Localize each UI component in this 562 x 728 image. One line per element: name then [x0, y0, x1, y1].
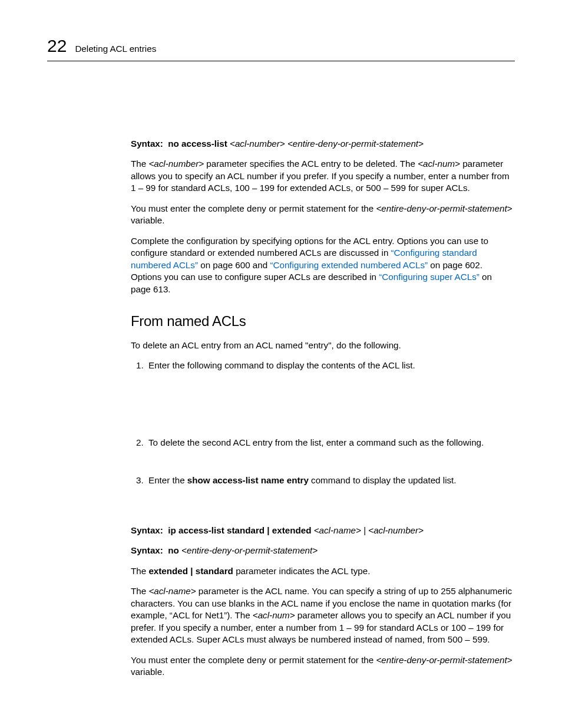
- section-heading: From named ACLs: [131, 312, 513, 331]
- syntax-line-3: Syntax: no <entire-deny-or-permit-statem…: [131, 545, 513, 557]
- spacer: [131, 495, 513, 525]
- chapter-number: 22: [47, 34, 67, 58]
- syntax-label: Syntax:: [131, 545, 163, 555]
- step-text: Enter the following command to display t…: [148, 360, 415, 370]
- syntax-args: <entire-deny-or-permit-statement>: [181, 545, 318, 555]
- text: variable.: [131, 215, 164, 225]
- header-title: Deleting ACL entries: [75, 43, 156, 55]
- spacer: [148, 449, 513, 466]
- content: Syntax: no access-list <acl-number> <ent…: [131, 138, 513, 678]
- param: <entire-deny-or-permit-statement>: [376, 203, 512, 213]
- text: The: [131, 586, 148, 596]
- step-text: To delete the second ACL entry from the …: [148, 437, 484, 447]
- step-text: Enter the: [148, 475, 187, 485]
- text: parameter indicates the ACL type.: [233, 566, 370, 576]
- syntax-args: <acl-number> <entire-deny-or-permit-stat…: [230, 139, 424, 149]
- syntax-cmd: ip access-list standard | extended: [168, 525, 313, 535]
- paragraph: The <acl-name> parameter is the ACL name…: [131, 585, 513, 646]
- page: 22 Deleting ACL entries Syntax: no acces…: [0, 0, 562, 722]
- list-item: Enter the following command to display t…: [146, 360, 513, 429]
- text: parameter specifies the ACL entry to be …: [204, 159, 418, 169]
- paragraph: To delete an ACL entry from an ACL named…: [131, 340, 513, 352]
- text: You must enter the complete deny or perm…: [131, 203, 376, 213]
- text: The: [131, 566, 148, 576]
- text: The: [131, 159, 148, 169]
- syntax-cmd: no: [168, 545, 181, 555]
- syntax-args: <acl-name> | <acl-number>: [314, 525, 424, 535]
- page-header: 22 Deleting ACL entries: [47, 34, 515, 61]
- text: variable.: [131, 667, 164, 677]
- param-bold: extended | standard: [148, 566, 233, 576]
- param: <acl-num>: [253, 610, 295, 620]
- param: <acl-number>: [148, 159, 204, 169]
- list-item: Enter the show access-list name entry co…: [146, 475, 513, 487]
- param: <acl-name>: [148, 586, 196, 596]
- syntax-cmd: no access-list: [168, 139, 230, 149]
- paragraph: Complete the configuration by specifying…: [131, 235, 513, 296]
- step-text: command to display the updated list.: [309, 475, 457, 485]
- paragraph: The <acl-number> parameter specifies the…: [131, 158, 513, 195]
- ordered-list: Enter the following command to display t…: [131, 360, 513, 487]
- syntax-label: Syntax:: [131, 139, 163, 149]
- param: <entire-deny-or-permit-statement>: [376, 655, 512, 665]
- paragraph: The extended | standard parameter indica…: [131, 565, 513, 578]
- paragraph: You must enter the complete deny or perm…: [131, 203, 513, 227]
- syntax-line-1: Syntax: no access-list <acl-number> <ent…: [131, 138, 513, 150]
- paragraph: You must enter the complete deny or perm…: [131, 654, 513, 678]
- param: <acl-num>: [418, 159, 460, 169]
- xref-link[interactable]: “Configuring extended numbered ACLs”: [270, 260, 428, 270]
- syntax-line-2: Syntax: ip access-list standard | extend…: [131, 525, 513, 537]
- spacer: [148, 372, 513, 429]
- text: on page 600 and: [198, 260, 270, 270]
- text: You must enter the complete deny or perm…: [131, 655, 376, 665]
- list-item: To delete the second ACL entry from the …: [146, 437, 513, 467]
- command-name: show access-list name entry: [187, 475, 309, 485]
- syntax-label: Syntax:: [131, 525, 163, 535]
- xref-link[interactable]: “Configuring super ACLs”: [379, 272, 480, 282]
